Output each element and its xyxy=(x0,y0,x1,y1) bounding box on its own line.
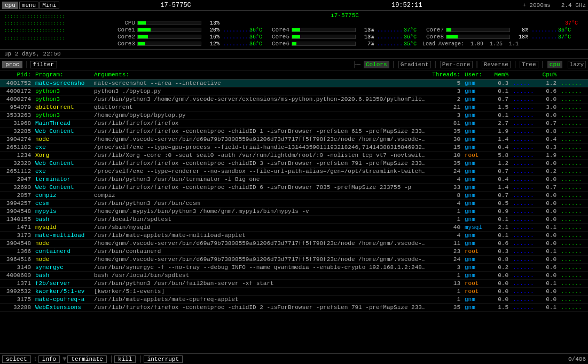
kill-button[interactable]: kill xyxy=(114,355,136,363)
args-cell: /usr/bin/synergyc -f --no-tray --debug I… xyxy=(92,264,430,272)
system-section: ::::::::::::::::::::: ::::::::::::::::::… xyxy=(0,11,588,50)
user-cell: gnm xyxy=(462,192,489,200)
prog-cell: terminator xyxy=(33,176,92,184)
cpu-cell: 0.0 xyxy=(540,160,559,168)
table-row[interactable]: 1366 containerd /usr/bin/containerd 23 r… xyxy=(0,248,588,256)
colors-btn[interactable]: Colors xyxy=(364,61,389,68)
table-row[interactable]: 3992532 kworker/5:1-ev [kworker/5:1-even… xyxy=(0,288,588,296)
threads-cell: 30 xyxy=(430,136,462,144)
per-core-btn[interactable]: Per-core xyxy=(440,61,473,68)
args-cell: /home/gnm/.vscode-server/bin/d69a79b7380… xyxy=(92,256,430,264)
terminate-button[interactable]: terminate xyxy=(67,355,106,363)
user-cell: gnm xyxy=(462,208,489,216)
prog-cell: compiz xyxy=(33,192,92,200)
cpu-dots-cell: ...... xyxy=(559,80,588,88)
user-cell: gnm xyxy=(462,160,489,168)
table-row[interactable]: 4001752 mate-screensho mate-screenshot -… xyxy=(0,80,588,88)
mem-dots-header xyxy=(511,70,540,80)
prog-cell: mate-cpufreq-a xyxy=(33,296,92,304)
threads-cell: 40 xyxy=(430,224,462,232)
select-button[interactable]: select xyxy=(2,355,31,363)
pid-cell: 2947 xyxy=(0,176,33,184)
table-row[interactable]: 32320 Web Content /usr/lib/firefox/firef… xyxy=(0,160,588,168)
cpu-tab[interactable]: cpu xyxy=(2,2,18,9)
mem-dots-cell: ...... xyxy=(511,168,540,176)
core3-row: Core3 12% ........... 36°C Core6 7% ....… xyxy=(106,41,584,47)
table-row[interactable]: 32288 WebExtensions /usr/lib/firefox/fir… xyxy=(0,304,588,312)
user-cell: gnm xyxy=(462,240,489,248)
pid-cell: 1234 xyxy=(0,152,33,160)
threads-cell: 23 xyxy=(430,248,462,256)
mini-tab[interactable]: Mini xyxy=(40,2,59,9)
cpu-cell: 0.7 xyxy=(540,120,559,128)
table-row[interactable]: 1371 f2b/server /usr/bin/python3 /usr/bi… xyxy=(0,280,588,288)
filter-tab[interactable]: filter xyxy=(30,61,58,68)
cpu-sort-btn[interactable]: cpu xyxy=(547,61,562,68)
table-row[interactable]: 3904548 node /home/gnm/.vscode-server/bi… xyxy=(0,240,588,248)
cpu-bar-row: CPU 13% 37°C xyxy=(106,20,584,26)
prog-cell: Xorg xyxy=(33,152,92,160)
args-cell: /home/gnm/.mypyls/bin/python3 /home/gnm/… xyxy=(92,208,430,216)
table-row[interactable]: 2651112 exe /proc/self/exe --type=render… xyxy=(0,168,588,176)
mem-cell: 1.2 xyxy=(489,160,511,168)
tree-btn[interactable]: Tree xyxy=(520,61,538,68)
table-row[interactable]: 3904548 mypyls /home/gnm/.mypyls/bin/pyt… xyxy=(0,208,588,216)
mem-dots-cell: ...... xyxy=(511,256,540,264)
proc-tab[interactable]: proc xyxy=(2,61,22,68)
mem-cell: 5.8 xyxy=(489,152,511,160)
user-cell: gnm xyxy=(462,264,489,272)
threads-cell: 1 xyxy=(430,272,462,280)
cpu-dots-cell: ...... xyxy=(559,176,588,184)
prog-cell: python3 xyxy=(33,112,92,120)
cpu-dots-cell: ...... xyxy=(559,256,588,264)
table-row[interactable]: 4000172 python3 python3 ./bpytop.py 3 gn… xyxy=(0,88,588,96)
cpu-cell: 0.0 xyxy=(540,288,559,296)
args-cell: /usr/local/bin/spdtest xyxy=(92,216,430,224)
table-row[interactable]: 1471 mysqld /usr/sbin/mysqld 40 mysql 2.… xyxy=(0,224,588,232)
cpu-dots-cell: ...... xyxy=(559,144,588,152)
table-row[interactable]: 1340155 bash /usr/local/bin/spdtest 1 gn… xyxy=(0,216,588,224)
interrupt-button[interactable]: interrupt xyxy=(144,355,183,363)
pid-cell: 3533263 xyxy=(0,112,33,120)
menu-tab[interactable]: menu xyxy=(19,2,38,9)
lazy-btn[interactable]: lazy xyxy=(568,61,586,68)
table-row[interactable]: 2857 compiz compiz 8 gnm 0.7 ...... 0.0 … xyxy=(0,192,588,200)
args-cell: /home/gnm/.vscode-server/bin/d69a79b7380… xyxy=(92,240,430,248)
gradient-btn[interactable]: Gradient xyxy=(398,61,431,68)
table-row[interactable]: 3175 mate-cpufreq-a /usr/lib/mate-applet… xyxy=(0,296,588,304)
table-row[interactable]: 32285 Web Content /usr/lib/firefox/firef… xyxy=(0,128,588,136)
mem-cell: 0.4 xyxy=(489,176,511,184)
table-row[interactable]: 954079 qbittorrent qbittorrent 21 gnm 1.… xyxy=(0,104,588,112)
info-button[interactable]: info xyxy=(38,355,60,363)
table-row[interactable]: 3140 synergyc /usr/bin/synergyc -f --no-… xyxy=(0,264,588,272)
table-row[interactable]: 3904274 node /home/gnm/.vscode-server/bi… xyxy=(0,136,588,144)
cpu-cell: 0.0 xyxy=(540,176,559,184)
prog-cell: containerd xyxy=(33,248,92,256)
reverse-btn[interactable]: Reverse xyxy=(482,61,511,68)
table-row[interactable]: 3533263 python3 /home/gnm/bpytop/bpytop.… xyxy=(0,112,588,120)
pid-header: Pid: xyxy=(0,70,33,80)
table-row[interactable]: 3964516 node /home/gnm/.vscode-server/bi… xyxy=(0,256,588,264)
prog-cell: ccsm xyxy=(33,200,92,208)
table-row[interactable]: 1234 Xorg /usr/lib/Xorg -core :0 -seat s… xyxy=(0,152,588,160)
cpu-dots-cell: ...... xyxy=(559,96,588,104)
core1-row: Core1 20% ........... 36°C Core4 13% ...… xyxy=(106,27,584,33)
cpu-cell: 0.0 xyxy=(540,240,559,248)
mem-cell: 0.2 xyxy=(489,264,511,272)
mem-cell: 1.9 xyxy=(489,128,511,136)
pid-cell: 3904548 xyxy=(0,208,33,216)
prog-cell: kworker/5:1-ev xyxy=(33,288,92,296)
proc-count: 0/406 xyxy=(568,356,586,362)
table-row[interactable]: 3173 mate-multiload /usr/lib/mate-applet… xyxy=(0,232,588,240)
table-row[interactable]: 31968 MainThread /usr/lib/firefox/firefo… xyxy=(0,120,588,128)
table-row[interactable]: 2651102 exe /proc/self/exe --type=gpu-pr… xyxy=(0,144,588,152)
table-row[interactable]: 4000600 bash bash /usr/local/bin/spdtest… xyxy=(0,272,588,280)
threads-cell: 2 xyxy=(430,96,462,104)
table-row[interactable]: 2947 terminator /usr/bin/python3 /usr/bi… xyxy=(0,176,588,184)
table-row[interactable]: 32690 Web Content /usr/lib/firefox/firef… xyxy=(0,184,588,192)
table-row[interactable]: 3994257 ccsm /usr/bin/python3 /usr/bin/c… xyxy=(0,200,588,208)
cpu-header: i7-5775C xyxy=(106,12,584,19)
table-row[interactable]: 4000274 python3 /usr/bin/python3 /home/g… xyxy=(0,96,588,104)
cpu-dots-cell: ...... xyxy=(559,160,588,168)
mem-dots-cell: ...... xyxy=(511,192,540,200)
